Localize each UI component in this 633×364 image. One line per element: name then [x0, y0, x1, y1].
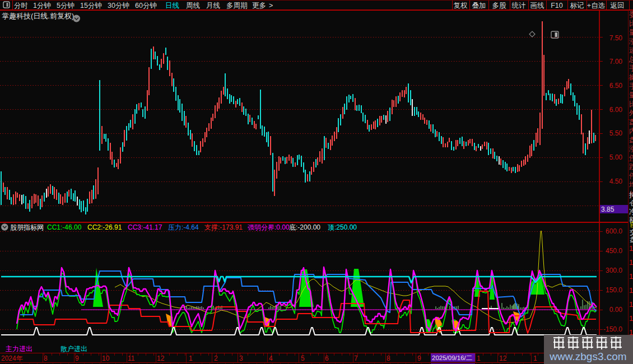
- svg-text:5.00: 5.00: [609, 153, 623, 161]
- svg-text:压力:-4.64: 压力:-4.64: [168, 223, 199, 231]
- svg-text:外: 外: [629, 109, 633, 117]
- svg-text:10: 10: [102, 354, 110, 362]
- svg-text:+自选: +自选: [587, 2, 605, 10]
- svg-text:涨: 涨: [629, 145, 633, 153]
- svg-text:多股: 多股: [492, 2, 507, 10]
- svg-text:1: 1: [477, 354, 481, 362]
- svg-text:9: 9: [75, 354, 79, 362]
- svg-text:顶:250.00: 顶:250.00: [327, 223, 357, 231]
- svg-text:比: 比: [629, 100, 633, 108]
- svg-text:6.50: 6.50: [609, 82, 623, 90]
- svg-text:更多: 更多: [252, 2, 266, 10]
- svg-text:0.00: 0.00: [609, 306, 623, 314]
- svg-text:量: 量: [629, 91, 633, 99]
- svg-text:持: 持: [629, 191, 633, 199]
- svg-text:净: 净: [629, 208, 633, 216]
- svg-text:1分钟: 1分钟: [33, 2, 51, 10]
- svg-text:涨: 涨: [629, 38, 633, 45]
- svg-text:4.50: 4.50: [609, 178, 623, 185]
- svg-text:www.zbgs3.com: www.zbgs3.com: [549, 351, 626, 362]
- svg-text:1: 1: [629, 244, 633, 253]
- svg-text:底:-200.00: 底:-200.00: [289, 223, 320, 231]
- svg-text:30分钟: 30分钟: [108, 2, 129, 10]
- svg-text:散户进出: 散户进出: [60, 345, 87, 353]
- svg-text:手: 手: [629, 82, 633, 90]
- svg-text:7.50: 7.50: [609, 34, 623, 42]
- svg-text:换: 换: [629, 73, 633, 81]
- svg-text:7: 7: [354, 354, 358, 362]
- svg-text:比: 比: [629, 20, 633, 27]
- svg-text:450.0: 450.0: [606, 247, 622, 255]
- svg-text:CC3:-41.17: CC3:-41.17: [128, 223, 162, 231]
- svg-text:分时: 分时: [14, 2, 28, 10]
- svg-text:-150.0: -150.0: [603, 325, 622, 333]
- svg-text:8: 8: [44, 354, 48, 362]
- svg-text:主力进出: 主力进出: [6, 345, 32, 353]
- svg-text:1: 1: [629, 286, 633, 295]
- svg-text:4: 4: [269, 354, 273, 362]
- svg-text:手: 手: [629, 64, 633, 72]
- svg-text:画线: 画线: [530, 2, 544, 10]
- svg-text:2: 2: [214, 354, 218, 362]
- svg-text:6: 6: [325, 354, 329, 362]
- svg-text:5.50: 5.50: [609, 129, 623, 137]
- svg-text:3.85: 3.85: [601, 206, 615, 213]
- svg-text:CC1:-46.00: CC1:-46.00: [47, 223, 82, 231]
- svg-text:8: 8: [387, 354, 390, 362]
- svg-text:5分钟: 5分钟: [57, 2, 75, 10]
- svg-text:盘: 盘: [629, 136, 633, 144]
- svg-text:1: 1: [189, 354, 193, 362]
- svg-text:股朋指标网: 股朋指标网: [10, 223, 44, 231]
- svg-text:F10: F10: [551, 2, 563, 10]
- svg-text:7.00: 7.00: [609, 58, 623, 66]
- svg-text:1: 1: [629, 300, 633, 309]
- svg-text:标记: 标记: [570, 2, 584, 10]
- svg-text:委: 委: [629, 11, 633, 18]
- svg-text:300.0: 300.0: [606, 267, 622, 274]
- svg-text:量: 量: [629, 29, 633, 36]
- svg-text:周线: 周线: [186, 2, 200, 10]
- svg-text:支撑:-173.91: 支撑:-173.91: [204, 223, 243, 231]
- svg-text:日线: 日线: [165, 2, 179, 10]
- svg-text:15分钟: 15分钟: [80, 2, 102, 10]
- svg-text:统计: 统计: [512, 2, 527, 10]
- svg-text:1: 1: [533, 354, 537, 362]
- svg-text:1: 1: [629, 272, 633, 281]
- svg-text:仓: 仓: [629, 199, 633, 207]
- svg-text:CC2:-26.91: CC2:-26.91: [87, 223, 122, 231]
- svg-text:均: 均: [629, 181, 633, 189]
- svg-text:9: 9: [417, 354, 421, 362]
- svg-text:5: 5: [301, 354, 305, 362]
- svg-text:自: 自: [630, 221, 633, 228]
- svg-text:2024年: 2024年: [1, 354, 23, 362]
- svg-text:6.00: 6.00: [609, 106, 623, 114]
- svg-text:交: 交: [630, 228, 633, 236]
- svg-text:多周期: 多周期: [226, 2, 248, 10]
- svg-text:150.0: 150.0: [606, 286, 622, 294]
- svg-text:2025/09/16/二: 2025/09/16/二: [432, 354, 472, 361]
- svg-text:1: 1: [629, 258, 633, 267]
- svg-text:12: 12: [157, 354, 165, 362]
- svg-text:60分钟: 60分钟: [135, 2, 157, 10]
- svg-text:总: 总: [629, 55, 633, 63]
- svg-text:强弱分界:0.00: 强弱分界:0.00: [248, 223, 290, 231]
- svg-text:停: 停: [629, 172, 633, 180]
- svg-text:返回: 返回: [611, 2, 625, 10]
- svg-text:跌: 跌: [629, 163, 633, 171]
- svg-text:复权: 复权: [454, 2, 468, 10]
- svg-text:内: 内: [629, 127, 633, 135]
- svg-text:月线: 月线: [206, 2, 220, 10]
- svg-text:停: 停: [629, 154, 633, 162]
- svg-text:600.0: 600.0: [606, 227, 622, 235]
- svg-text:1: 1: [629, 314, 633, 323]
- svg-text:速: 速: [629, 46, 633, 54]
- svg-text:11: 11: [128, 354, 135, 362]
- svg-text:盘: 盘: [630, 236, 633, 244]
- svg-text:盘: 盘: [629, 118, 633, 126]
- svg-text:>: >: [269, 2, 273, 10]
- svg-text:3: 3: [239, 354, 243, 362]
- svg-text:叠加: 叠加: [472, 2, 486, 10]
- svg-text:掌趣科技(日线.前复权): 掌趣科技(日线.前复权): [2, 12, 74, 20]
- svg-text:12: 12: [499, 354, 507, 362]
